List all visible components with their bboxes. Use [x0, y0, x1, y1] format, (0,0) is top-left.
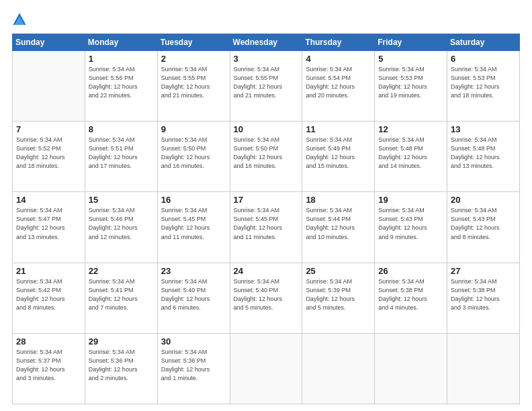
- calendar-week-row: 1Sunrise: 5:34 AM Sunset: 5:56 PM Daylig…: [13, 51, 520, 122]
- calendar-cell: 14Sunrise: 5:34 AM Sunset: 5:47 PM Dayli…: [13, 192, 85, 263]
- calendar-weekday-saturday: Saturday: [447, 34, 520, 51]
- day-number: 28: [16, 336, 81, 347]
- calendar-cell: 20Sunrise: 5:34 AM Sunset: 5:43 PM Dayli…: [447, 192, 520, 263]
- day-number: 13: [451, 124, 516, 134]
- day-info: Sunrise: 5:34 AM Sunset: 5:40 PM Dayligh…: [234, 277, 299, 312]
- logo-icon: [12, 12, 27, 27]
- day-number: 14: [16, 195, 81, 205]
- calendar-header-row: SundayMondayTuesdayWednesdayThursdayFrid…: [13, 34, 520, 51]
- day-number: 17: [234, 195, 299, 205]
- day-info: Sunrise: 5:34 AM Sunset: 5:36 PM Dayligh…: [161, 348, 226, 383]
- day-info: Sunrise: 5:34 AM Sunset: 5:55 PM Dayligh…: [161, 65, 226, 100]
- calendar-cell: 16Sunrise: 5:34 AM Sunset: 5:45 PM Dayli…: [157, 192, 230, 263]
- calendar-weekday-friday: Friday: [375, 34, 447, 51]
- day-info: Sunrise: 5:34 AM Sunset: 5:41 PM Dayligh…: [89, 277, 154, 312]
- day-info: Sunrise: 5:34 AM Sunset: 5:45 PM Dayligh…: [234, 206, 299, 241]
- calendar-cell: 19Sunrise: 5:34 AM Sunset: 5:43 PM Dayli…: [375, 192, 447, 263]
- calendar-cell: 21Sunrise: 5:34 AM Sunset: 5:42 PM Dayli…: [13, 263, 85, 333]
- calendar-cell: 23Sunrise: 5:34 AM Sunset: 5:40 PM Dayli…: [157, 263, 230, 333]
- day-info: Sunrise: 5:34 AM Sunset: 5:49 PM Dayligh…: [306, 136, 371, 171]
- calendar-weekday-sunday: Sunday: [13, 34, 85, 51]
- calendar-week-row: 7Sunrise: 5:34 AM Sunset: 5:52 PM Daylig…: [13, 122, 520, 192]
- day-info: Sunrise: 5:34 AM Sunset: 5:54 PM Dayligh…: [306, 65, 371, 100]
- page: SundayMondayTuesdayWednesdayThursdayFrid…: [0, 0, 532, 411]
- day-number: 15: [89, 195, 154, 205]
- calendar-cell: 12Sunrise: 5:34 AM Sunset: 5:48 PM Dayli…: [375, 122, 447, 192]
- calendar-cell: 28Sunrise: 5:34 AM Sunset: 5:37 PM Dayli…: [13, 333, 85, 404]
- calendar-weekday-thursday: Thursday: [302, 34, 375, 51]
- day-number: 6: [451, 54, 516, 64]
- calendar-cell: 6Sunrise: 5:34 AM Sunset: 5:53 PM Daylig…: [447, 51, 520, 122]
- day-number: 16: [161, 195, 226, 205]
- day-number: 10: [234, 124, 299, 134]
- calendar-cell: 9Sunrise: 5:34 AM Sunset: 5:50 PM Daylig…: [157, 122, 230, 192]
- day-info: Sunrise: 5:34 AM Sunset: 5:56 PM Dayligh…: [89, 65, 154, 100]
- day-info: Sunrise: 5:34 AM Sunset: 5:55 PM Dayligh…: [234, 65, 299, 100]
- calendar-cell: 27Sunrise: 5:34 AM Sunset: 5:38 PM Dayli…: [447, 263, 520, 333]
- calendar-cell: 13Sunrise: 5:34 AM Sunset: 5:48 PM Dayli…: [447, 122, 520, 192]
- calendar-cell: 8Sunrise: 5:34 AM Sunset: 5:51 PM Daylig…: [85, 122, 157, 192]
- day-info: Sunrise: 5:34 AM Sunset: 5:38 PM Dayligh…: [378, 277, 443, 312]
- day-number: 12: [378, 124, 443, 134]
- day-number: 23: [161, 266, 226, 276]
- calendar-cell: 1Sunrise: 5:34 AM Sunset: 5:56 PM Daylig…: [85, 51, 157, 122]
- calendar-week-row: 14Sunrise: 5:34 AM Sunset: 5:47 PM Dayli…: [13, 192, 520, 263]
- day-info: Sunrise: 5:34 AM Sunset: 5:39 PM Dayligh…: [306, 277, 371, 312]
- day-number: 25: [306, 266, 371, 276]
- calendar-cell: 11Sunrise: 5:34 AM Sunset: 5:49 PM Dayli…: [302, 122, 375, 192]
- calendar-cell: 3Sunrise: 5:34 AM Sunset: 5:55 PM Daylig…: [230, 51, 302, 122]
- day-number: 5: [378, 54, 443, 64]
- day-info: Sunrise: 5:34 AM Sunset: 5:51 PM Dayligh…: [89, 136, 154, 171]
- calendar-table: SundayMondayTuesdayWednesdayThursdayFrid…: [12, 34, 520, 404]
- day-info: Sunrise: 5:34 AM Sunset: 5:47 PM Dayligh…: [16, 206, 81, 241]
- calendar-weekday-wednesday: Wednesday: [230, 34, 302, 51]
- calendar-cell: 29Sunrise: 5:34 AM Sunset: 5:36 PM Dayli…: [85, 333, 157, 404]
- calendar-cell: 18Sunrise: 5:34 AM Sunset: 5:44 PM Dayli…: [302, 192, 375, 263]
- calendar-cell: [230, 333, 302, 404]
- day-info: Sunrise: 5:34 AM Sunset: 5:43 PM Dayligh…: [378, 206, 443, 241]
- day-number: 4: [306, 54, 371, 64]
- calendar-cell: 25Sunrise: 5:34 AM Sunset: 5:39 PM Dayli…: [302, 263, 375, 333]
- calendar-cell: 26Sunrise: 5:34 AM Sunset: 5:38 PM Dayli…: [375, 263, 447, 333]
- day-info: Sunrise: 5:34 AM Sunset: 5:48 PM Dayligh…: [451, 136, 516, 171]
- calendar-week-row: 21Sunrise: 5:34 AM Sunset: 5:42 PM Dayli…: [13, 263, 520, 333]
- day-info: Sunrise: 5:34 AM Sunset: 5:38 PM Dayligh…: [451, 277, 516, 312]
- day-info: Sunrise: 5:34 AM Sunset: 5:52 PM Dayligh…: [16, 136, 81, 171]
- day-number: 20: [451, 195, 516, 205]
- calendar-cell: [13, 51, 85, 122]
- day-number: 27: [451, 266, 516, 276]
- day-number: 9: [161, 124, 226, 134]
- calendar-cell: 10Sunrise: 5:34 AM Sunset: 5:50 PM Dayli…: [230, 122, 302, 192]
- calendar-cell: 7Sunrise: 5:34 AM Sunset: 5:52 PM Daylig…: [13, 122, 85, 192]
- calendar-cell: 30Sunrise: 5:34 AM Sunset: 5:36 PM Dayli…: [157, 333, 230, 404]
- day-info: Sunrise: 5:34 AM Sunset: 5:48 PM Dayligh…: [378, 136, 443, 171]
- day-info: Sunrise: 5:34 AM Sunset: 5:42 PM Dayligh…: [16, 277, 81, 312]
- calendar-cell: 22Sunrise: 5:34 AM Sunset: 5:41 PM Dayli…: [85, 263, 157, 333]
- day-number: 11: [306, 124, 371, 134]
- calendar-cell: 2Sunrise: 5:34 AM Sunset: 5:55 PM Daylig…: [157, 51, 230, 122]
- day-number: 19: [378, 195, 443, 205]
- calendar-cell: 24Sunrise: 5:34 AM Sunset: 5:40 PM Dayli…: [230, 263, 302, 333]
- day-info: Sunrise: 5:34 AM Sunset: 5:53 PM Dayligh…: [378, 65, 443, 100]
- day-info: Sunrise: 5:34 AM Sunset: 5:46 PM Dayligh…: [89, 206, 154, 241]
- day-number: 29: [89, 336, 154, 347]
- day-number: 2: [161, 54, 226, 64]
- day-number: 8: [89, 124, 154, 134]
- calendar-cell: [447, 333, 520, 404]
- day-number: 3: [234, 54, 299, 64]
- day-info: Sunrise: 5:34 AM Sunset: 5:53 PM Dayligh…: [451, 65, 516, 100]
- calendar-weekday-tuesday: Tuesday: [157, 34, 230, 51]
- day-number: 22: [89, 266, 154, 276]
- day-info: Sunrise: 5:34 AM Sunset: 5:43 PM Dayligh…: [451, 206, 516, 241]
- calendar-cell: [302, 333, 375, 404]
- day-info: Sunrise: 5:34 AM Sunset: 5:50 PM Dayligh…: [161, 136, 226, 171]
- calendar-weekday-monday: Monday: [85, 34, 157, 51]
- logo: [12, 12, 30, 27]
- day-info: Sunrise: 5:34 AM Sunset: 5:36 PM Dayligh…: [89, 348, 154, 383]
- day-info: Sunrise: 5:34 AM Sunset: 5:37 PM Dayligh…: [16, 348, 81, 383]
- day-info: Sunrise: 5:34 AM Sunset: 5:50 PM Dayligh…: [234, 136, 299, 171]
- day-number: 1: [89, 54, 154, 64]
- day-number: 18: [306, 195, 371, 205]
- calendar-cell: [375, 333, 447, 404]
- day-info: Sunrise: 5:34 AM Sunset: 5:45 PM Dayligh…: [161, 206, 226, 241]
